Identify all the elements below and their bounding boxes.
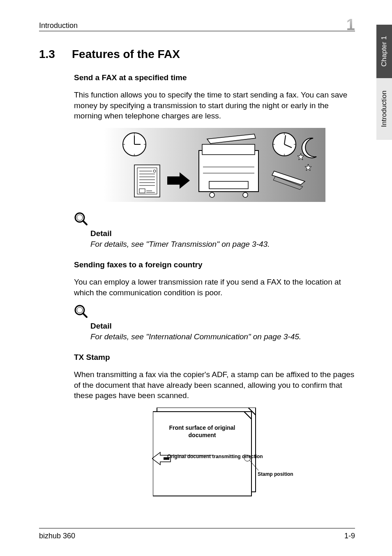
svg-point-41 [77,215,83,220]
side-tabs: Chapter 1 Introduction [376,25,392,140]
header-section-name: Introduction [39,21,78,30]
footer-page-number: 1-9 [344,532,355,540]
svg-point-27 [210,192,214,197]
magnifier-icon [74,212,355,227]
label-front-surface: Front surface of original document [165,424,239,439]
svg-point-44 [77,307,83,313]
subsection-title-tx-stamp: TX Stamp [74,353,355,362]
section-name: Features of the FAX [72,48,180,61]
svg-line-42 [83,221,87,225]
body-text-tx-stamp: When transmitting a fax via the copier's… [74,369,355,401]
label-stamp-position: Stamp position [258,471,293,477]
page-footer: bizhub 360 1-9 [39,528,355,540]
detail-heading: Detail [90,229,355,238]
illustration-tx-stamp: Front surface of original document Origi… [74,408,355,502]
detail-heading: Detail [90,322,355,331]
svg-rect-22 [199,151,258,192]
svg-line-45 [83,313,87,317]
subsection-title-timer: Send a FAX at a specified time [74,73,355,82]
magnifier-icon [74,304,355,319]
side-tab-section: Introduction [376,78,392,140]
subsection-title-foreign: Sending faxes to a foreign country [74,260,355,269]
detail-text-foreign: For details, see "International Communic… [90,332,355,341]
section-number: 1.3 [39,48,59,61]
footer-product-name: bizhub 360 [39,532,75,540]
svg-rect-9 [137,168,157,194]
illustration-timer-transmission [74,128,355,202]
detail-text-timer: For details, see "Timer Transmission" on… [90,240,355,249]
body-text-foreign: You can employ a lower transmission rate… [74,277,355,298]
svg-point-28 [243,192,248,197]
side-tab-chapter: Chapter 1 [376,25,392,78]
header-chapter-number: 1 [346,17,355,32]
section-title: 1.3 Features of the FAX [39,48,355,61]
svg-line-55 [249,460,258,470]
body-text-timer: This function allows you to specify the … [74,90,355,121]
svg-rect-23 [202,144,255,155]
